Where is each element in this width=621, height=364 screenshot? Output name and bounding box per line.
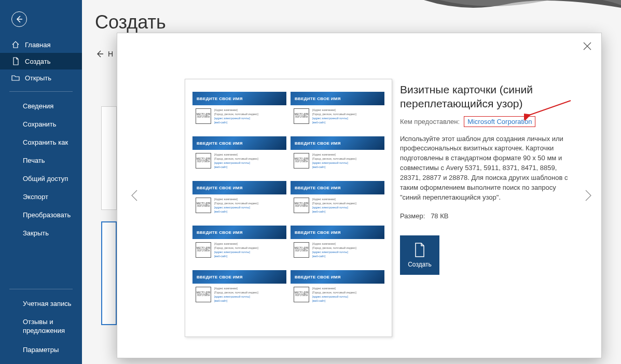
logo-placeholder: МЕСТО ДЛЯ ЛОГОТИПА (294, 242, 309, 258)
nav-label: Открыть (25, 74, 51, 82)
card-line: [Адрес компании] (214, 198, 284, 201)
card-lines: [Адрес компании][Город, регион, почтовый… (312, 242, 382, 265)
card-line: [Адрес компании] (312, 108, 382, 111)
card-line: [Город, регион, почтовый индекс] (214, 157, 284, 160)
next-template-button[interactable] (581, 188, 595, 203)
nav-open[interactable]: Открыть (0, 69, 82, 86)
template-preview: ВВЕДИТЕ СВОЕ ИМЯМЕСТО ДЛЯ ЛОГОТИПА[Адрес… (185, 79, 392, 337)
business-card: ВВЕДИТЕ СВОЕ ИМЯМЕСТО ДЛЯ ЛОГОТИПА[Адрес… (192, 92, 286, 132)
nav-transform[interactable]: Преобразовать (0, 206, 82, 224)
back-button[interactable] (11, 11, 27, 27)
nav-home[interactable]: Главная (0, 36, 82, 53)
size-row: Размер: 78 КВ (400, 212, 576, 220)
card-line: [Адрес компании] (214, 242, 284, 245)
template-modal: ВВЕДИТЕ СВОЕ ИМЯМЕСТО ДЛЯ ЛОГОТИПА[Адрес… (117, 33, 602, 358)
card-line: [Город, регион, почтовый индекс] (214, 113, 284, 116)
logo-placeholder: МЕСТО ДЛЯ ЛОГОТИПА (196, 153, 211, 169)
card-line: [адрес электронной почты] (312, 250, 382, 254)
back-link[interactable]: Н (95, 50, 113, 58)
nav-label: Создать (25, 58, 50, 65)
size-value: 78 КВ (431, 212, 448, 220)
nav-account[interactable]: Учетная запись (0, 295, 82, 313)
card-line: [Город, регион, почтовый индекс] (312, 291, 382, 294)
close-icon (583, 41, 592, 51)
card-row: ВВЕДИТЕ СВОЕ ИМЯМЕСТО ДЛЯ ЛОГОТИПА[Адрес… (192, 136, 384, 177)
folder-icon (11, 74, 20, 82)
nav-feedback[interactable]: Отзывы и предложения (0, 313, 82, 341)
card-line: [адрес электронной почты] (214, 206, 284, 209)
logo-placeholder: МЕСТО ДЛЯ ЛОГОТИПА (196, 287, 211, 302)
card-name: ВВЕДИТЕ СВОЕ ИМЯ (291, 270, 384, 284)
card-lines: [Адрес компании][Город, регион, почтовый… (312, 198, 382, 220)
card-body: МЕСТО ДЛЯ ЛОГОТИПА[Адрес компании][Город… (192, 194, 286, 221)
card-lines: [Адрес компании][Город, регион, почтовый… (214, 287, 284, 310)
nav-create[interactable]: Создать (0, 53, 82, 69)
card-line: [веб-сайт] (214, 165, 284, 169)
card-line: [Город, регион, почтовый индекс] (214, 202, 284, 205)
card-line: [веб-сайт] (312, 299, 382, 302)
card-line: [веб-сайт] (312, 210, 382, 213)
close-button[interactable] (583, 41, 592, 51)
nav-save[interactable]: Сохранить (0, 115, 82, 133)
card-line: [Адрес компании] (214, 108, 284, 111)
nav-close[interactable]: Закрыть (0, 224, 82, 242)
business-card: ВВЕДИТЕ СВОЕ ИМЯМЕСТО ДЛЯ ЛОГОТИПА[Адрес… (291, 136, 384, 177)
nav-options[interactable]: Параметры (0, 341, 82, 359)
back-link-label: Н (108, 50, 113, 58)
card-line: [адрес электронной почты] (214, 250, 284, 254)
card-lines: [Адрес компании][Город, регион, почтовый… (312, 108, 382, 131)
card-body: МЕСТО ДЛЯ ЛОГОТИПА[Адрес компании][Город… (291, 194, 384, 221)
card-line: [адрес электронной почты] (214, 161, 284, 164)
card-name: ВВЕДИТЕ СВОЕ ИМЯ (291, 136, 384, 150)
card-name: ВВЕДИТЕ СВОЕ ИМЯ (291, 92, 384, 105)
home-icon (11, 40, 20, 49)
prev-template-button[interactable] (128, 188, 142, 203)
template-thumb-active[interactable] (101, 221, 117, 325)
template-thumb[interactable] (101, 106, 117, 210)
card-line: [адрес электронной почты] (214, 117, 284, 120)
nav-bottom: Учетная запись Отзывы и предложения Пара… (0, 284, 82, 359)
nav-info[interactable]: Сведения (0, 97, 82, 115)
chevron-left-icon (128, 188, 142, 203)
nav-divider (9, 289, 73, 289)
card-line: [веб-сайт] (312, 121, 382, 124)
card-lines: [Адрес компании][Город, регион, почтовый… (312, 153, 382, 176)
card-body: МЕСТО ДЛЯ ЛОГОТИПА[Адрес компании][Город… (192, 284, 286, 311)
card-name: ВВЕДИТЕ СВОЕ ИМЯ (192, 136, 286, 150)
card-name: ВВЕДИТЕ СВОЕ ИМЯ (192, 226, 286, 239)
card-line: [Город, регион, почтовый индекс] (312, 157, 382, 160)
business-card: ВВЕДИТЕ СВОЕ ИМЯМЕСТО ДЛЯ ЛОГОТИПА[Адрес… (192, 181, 286, 221)
nav-share[interactable]: Общий доступ (0, 170, 82, 188)
nav-print[interactable]: Печать (0, 151, 82, 170)
business-card: ВВЕДИТЕ СВОЕ ИМЯМЕСТО ДЛЯ ЛОГОТИПА[Адрес… (192, 136, 286, 177)
card-body: МЕСТО ДЛЯ ЛОГОТИПА[Адрес компании][Город… (192, 150, 286, 177)
page-title: Создать (95, 11, 166, 33)
card-line: [веб-сайт] (214, 299, 284, 302)
business-card: ВВЕДИТЕ СВОЕ ИМЯМЕСТО ДЛЯ ЛОГОТИПА[Адрес… (291, 270, 384, 311)
card-row: ВВЕДИТЕ СВОЕ ИМЯМЕСТО ДЛЯ ЛОГОТИПА[Адрес… (192, 92, 384, 132)
card-line: [Город, регион, почтовый индекс] (214, 291, 284, 294)
nav-saveas[interactable]: Сохранить как (0, 133, 82, 151)
nav-label: Главная (25, 41, 50, 49)
card-body: МЕСТО ДЛЯ ЛОГОТИПА[Адрес компании][Город… (291, 239, 384, 266)
card-row: ВВЕДИТЕ СВОЕ ИМЯМЕСТО ДЛЯ ЛОГОТИПА[Адрес… (192, 270, 384, 311)
card-body: МЕСТО ДЛЯ ЛОГОТИПА[Адрес компании][Город… (291, 150, 384, 177)
card-name: ВВЕДИТЕ СВОЕ ИМЯ (291, 181, 384, 194)
template-title: Визитные карточки (синий переплетающийся… (400, 82, 576, 111)
nav-export[interactable]: Экспорт (0, 188, 82, 206)
card-name: ВВЕДИТЕ СВОЕ ИМЯ (192, 181, 286, 194)
doc-icon (413, 242, 426, 258)
card-line: [Адрес компании] (312, 287, 382, 290)
card-line: [адрес электронной почты] (312, 206, 382, 209)
card-line: [адрес электронной почты] (214, 295, 284, 298)
provided-by-row: Кем предоставлен: Microsoft Corporation (400, 116, 576, 127)
card-row: ВВЕДИТЕ СВОЕ ИМЯМЕСТО ДЛЯ ЛОГОТИПА[Адрес… (192, 226, 384, 266)
create-button[interactable]: Создать (400, 235, 439, 275)
provided-by-link[interactable]: Microsoft Corporation (464, 116, 535, 127)
card-body: МЕСТО ДЛЯ ЛОГОТИПА[Адрес компании][Город… (291, 105, 384, 132)
card-lines: [Адрес компании][Город, регион, почтовый… (214, 108, 284, 131)
business-card: ВВЕДИТЕ СВОЕ ИМЯМЕСТО ДЛЯ ЛОГОТИПА[Адрес… (291, 226, 384, 266)
card-line: [адрес электронной почты] (312, 161, 382, 164)
card-line: [веб-сайт] (312, 255, 382, 258)
logo-placeholder: МЕСТО ДЛЯ ЛОГОТИПА (196, 198, 211, 213)
